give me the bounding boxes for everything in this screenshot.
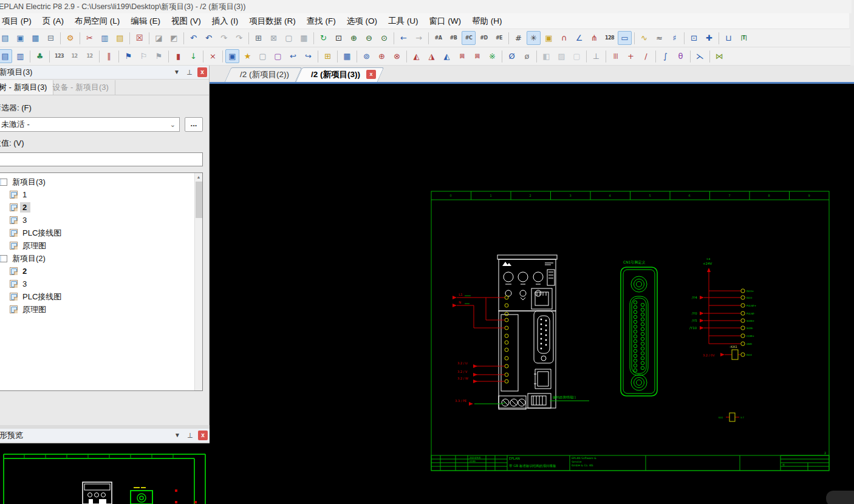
tree-project-2[interactable]: 新项目(2) — [0, 252, 202, 265]
menu-tools[interactable]: 工具 (U) — [383, 15, 424, 28]
tree-project-3[interactable]: 新项目(3) — [0, 175, 202, 188]
page-macro-icon[interactable]: ▦ — [29, 31, 43, 45]
close-icon[interactable]: x — [198, 431, 208, 440]
shield-icon[interactable]: ◧ — [539, 49, 553, 63]
back-icon[interactable]: ← — [397, 31, 411, 45]
toolbar-icon[interactable] — [99, 50, 100, 63]
bars-icon[interactable]: ||| — [609, 49, 623, 63]
insert-window-macro-icon[interactable]: ⊞ — [251, 31, 265, 45]
check-messages-icon[interactable]: ⚑ — [152, 49, 166, 63]
menu-layout-space[interactable]: 布局空间 (L) — [69, 15, 125, 28]
panel-menu-icon[interactable]: ▼ — [172, 67, 182, 77]
toolbar-icon[interactable] — [337, 50, 338, 63]
terminal-navigator-icon[interactable]: ◭ — [440, 49, 454, 63]
tree-scrollbar[interactable]: ▲ — [194, 173, 202, 390]
toolbar-icon[interactable] — [168, 50, 169, 63]
toolbar-icon[interactable] — [684, 32, 685, 44]
toolbar-icon[interactable] — [586, 50, 587, 63]
editor-tab-project2[interactable]: /2 (新项目(2)) x — [228, 67, 299, 82]
tree-page[interactable]: 1 — [0, 188, 202, 201]
cut-icon[interactable]: ✂ — [83, 31, 97, 45]
connection-delete-icon[interactable]: ⊗ — [390, 49, 404, 63]
page-macro-check-icon[interactable]: ▢ — [282, 31, 296, 45]
undo-history-icon[interactable]: ↶ — [202, 31, 216, 45]
bend-icon[interactable]: ∫ — [658, 49, 672, 63]
panel-menu-icon[interactable]: ▼ — [173, 431, 182, 440]
close-icon[interactable]: x — [197, 67, 207, 77]
toolbar-icon[interactable] — [183, 32, 184, 44]
edit-frame-icon[interactable]: ⊞ — [321, 49, 335, 63]
net-grid-icon[interactable]: ♯ — [668, 31, 681, 45]
cable-select-icon[interactable]: ø — [520, 49, 534, 63]
open-page-icon[interactable]: ▣ — [13, 31, 27, 45]
grid-c-icon[interactable]: #C — [462, 31, 476, 45]
angle-icon[interactable]: θ — [674, 49, 688, 63]
page-open-icon[interactable]: ▢ — [256, 49, 270, 63]
cross-icon[interactable]: + — [624, 49, 638, 63]
toolbar-icon[interactable] — [248, 32, 249, 44]
toolbar-icon[interactable] — [655, 50, 656, 63]
page-new-icon[interactable]: ★ — [241, 49, 254, 63]
zoom-100-icon[interactable]: ⊙ — [377, 31, 391, 45]
filter-select[interactable]: - 未激活 - ⌄ — [0, 117, 180, 132]
toolbar-icon[interactable] — [606, 50, 606, 63]
tree-page[interactable]: 3 — [0, 278, 202, 290]
redo-icon[interactable]: ↷ — [217, 31, 231, 45]
toolbar-icon[interactable] — [508, 32, 509, 44]
tab-tree[interactable]: 树 - 新项目(3) — [0, 80, 53, 95]
design-mode-icon[interactable]: ▣ — [542, 31, 556, 45]
toolbar-icon[interactable] — [60, 32, 61, 44]
toolbar-icon[interactable] — [30, 50, 30, 63]
value-input[interactable] — [0, 152, 203, 166]
device-connection-icon[interactable]: 回 — [455, 49, 469, 63]
hatch-icon[interactable]: ▨ — [555, 49, 569, 63]
toolbar-icon[interactable] — [149, 32, 149, 44]
toolbar-icon[interactable] — [318, 50, 318, 63]
preview-canvas[interactable] — [0, 443, 210, 504]
number-devices-icon[interactable]: 12 — [67, 49, 81, 63]
settings-wrench-icon[interactable]: ⚙ — [63, 31, 77, 45]
signal-wave-icon[interactable]: ∿ — [637, 31, 651, 45]
signal-tracking-icon[interactable]: ≈ — [652, 31, 666, 45]
cancel-action-icon[interactable]: × — [206, 49, 220, 63]
forward-icon[interactable]: → — [412, 31, 426, 45]
tree-page[interactable]: 原理图 — [0, 303, 202, 316]
symmetry-icon[interactable]: ⋈ — [712, 49, 726, 63]
branch-icon[interactable]: ⋔ — [587, 31, 601, 45]
menu-find[interactable]: 查找 (F) — [301, 15, 341, 28]
selection-box-icon[interactable]: ⊡ — [687, 31, 701, 45]
delete-icon[interactable]: ☒ — [132, 31, 146, 45]
tree-page[interactable]: 原理图 — [0, 239, 202, 252]
menu-project[interactable]: 项目 (P) — [0, 15, 37, 28]
check-project-icon[interactable]: ⚑ — [121, 49, 135, 63]
toolbar-icon[interactable] — [222, 50, 223, 63]
number-terminals-icon[interactable]: 12 — [83, 49, 97, 63]
paste-icon[interactable]: ▤ — [113, 31, 127, 45]
terminal-strip-icon[interactable]: ◭ — [409, 49, 423, 63]
page-navigator-icon[interactable]: ▤ — [0, 49, 12, 63]
grid-a-icon[interactable]: #A — [431, 31, 445, 45]
toolbar-icon[interactable] — [357, 50, 357, 63]
menu-window[interactable]: 窗口 (W) — [424, 15, 466, 28]
toolbar-icon[interactable] — [394, 32, 394, 44]
zoom-out-icon[interactable]: ⊖ — [362, 31, 376, 45]
zoom-window-icon[interactable]: ⊡ — [332, 31, 346, 45]
menu-insert[interactable]: 插入 (I) — [207, 15, 244, 28]
layout-space-navigator-icon[interactable]: ▥ — [13, 49, 27, 63]
coordinate-icon[interactable]: ∠ — [572, 31, 586, 45]
scroll-up-icon[interactable]: ▲ — [195, 173, 202, 181]
toolbar-icon[interactable] — [719, 32, 719, 44]
zoom-in-icon[interactable]: ⊕ — [347, 31, 361, 45]
slash-icon[interactable]: / — [639, 49, 653, 63]
text-mode-icon[interactable]: |T| — [737, 31, 751, 45]
preview-header[interactable]: 图形预览 ▼ ⊤ x — [0, 429, 210, 443]
terminal-edit-icon[interactable]: ◮ — [425, 49, 439, 63]
copy-icon[interactable]: ▥ — [98, 31, 112, 45]
format-paint-plus-icon[interactable]: ◩ — [167, 31, 181, 45]
toolbar-icon[interactable] — [709, 50, 710, 63]
align-structure-icon[interactable]: ‖ — [102, 49, 116, 63]
tree-page[interactable]: 3 — [0, 214, 202, 226]
toolbar-icon[interactable] — [690, 50, 691, 63]
connection-symbols-icon[interactable]: ⊚ — [360, 49, 374, 63]
number-pages-icon[interactable]: 123 — [52, 49, 66, 63]
